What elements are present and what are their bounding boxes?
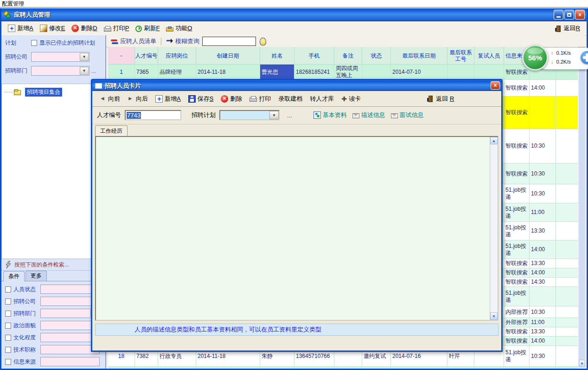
cell-extra[interactable] — [556, 318, 578, 327]
cell-time[interactable]: 13:30 — [530, 259, 556, 268]
table-scrollbar[interactable]: ▲ ▼ — [579, 47, 585, 367]
cell-last_date[interactable]: 2014-07-10 — [391, 65, 447, 80]
column-header-最后联系日期[interactable]: 最后联系日期 — [391, 47, 447, 65]
cell-extra[interactable] — [556, 278, 578, 287]
toolbar-button-修改E[interactable]: 修改E — [40, 24, 65, 32]
cell-extra[interactable] — [556, 268, 578, 278]
column-header-姓名[interactable]: 姓名 — [260, 47, 294, 65]
cell-source[interactable]: 内部推荐 — [504, 306, 530, 318]
toolbar-button-功能O[interactable]: 功能O — [166, 24, 192, 32]
cell-time[interactable]: 11:00 — [530, 318, 556, 327]
tree-item-projects[interactable]: 招聘项目集合 — [5, 88, 62, 97]
fuzzy-query-input[interactable] — [202, 37, 256, 46]
fuzzy-query-button[interactable]: 模糊查询 — [175, 37, 199, 45]
toolbar-button-新增A[interactable]: 新增A — [155, 95, 181, 103]
plan-more-button[interactable]: ... — [287, 112, 292, 119]
chevron-down-icon[interactable]: ▼ — [80, 53, 89, 61]
read-card-button[interactable]: ✚读卡 — [341, 95, 361, 103]
cell-source[interactable]: 智联搜索 — [504, 327, 530, 337]
cell-time[interactable]: 10:30 — [530, 346, 556, 367]
cell-source[interactable] — [504, 367, 530, 369]
cell-extra[interactable] — [556, 97, 578, 129]
scroll-down-icon[interactable]: ▼ — [490, 312, 498, 320]
cell-source[interactable]: 智联搜索 — [504, 337, 530, 346]
filter-input-信息来源[interactable] — [40, 357, 100, 366]
cell-extra[interactable] — [556, 80, 578, 97]
cell-time[interactable] — [530, 97, 556, 129]
cell-extra[interactable] — [556, 184, 578, 203]
cell-name[interactable]: 曹光思 — [260, 65, 294, 80]
toolbar-button-向前[interactable]: ◄向前 — [100, 95, 120, 103]
table-row[interactable]: 17365品牌经理2014-11-18曹光思18268185241周四或周五晚上… — [108, 65, 578, 80]
column-header-应聘岗位[interactable]: 应聘岗位 — [158, 47, 196, 65]
cell-extra[interactable] — [556, 306, 578, 318]
talent-id-input[interactable]: 7743 — [125, 110, 181, 120]
link-面试信息[interactable]: 面试信息 — [391, 111, 424, 119]
link-描述信息[interactable]: 描述信息 — [352, 111, 385, 119]
plan-select[interactable]: ▼ — [219, 110, 280, 120]
column-header-手机[interactable]: 手机 — [294, 47, 334, 65]
dialog-return-button[interactable]: 返回 R — [428, 95, 454, 103]
cell-time[interactable]: 14:00 — [530, 268, 556, 278]
cell-note[interactable]: 周四或周五晚上 — [334, 65, 362, 80]
cell-source[interactable]: 51.job投递 — [504, 184, 530, 203]
dept-more-button[interactable]: ... — [91, 68, 96, 74]
show-stopped-checkbox[interactable] — [31, 40, 37, 46]
cell-source[interactable]: 51.job投递 — [504, 203, 530, 222]
filter-checkbox[interactable] — [5, 359, 11, 365]
search-tab-更多[interactable]: 更多 — [26, 271, 47, 281]
column-header-创建日期[interactable]: 创建日期 — [196, 47, 260, 65]
cell-time[interactable] — [530, 367, 556, 369]
scroll-up-icon[interactable]: ▲ — [490, 137, 498, 144]
cell-extra[interactable] — [556, 287, 578, 306]
cell-source[interactable]: 外部推荐 — [504, 318, 530, 327]
outer-menu-item[interactable]: 配置管理 — [2, 0, 24, 8]
cell-extra[interactable] — [556, 240, 578, 259]
cell-source[interactable]: 智联搜索 — [504, 97, 530, 129]
close-button[interactable]: × — [575, 10, 585, 19]
cell-time[interactable]: 10:30 — [530, 184, 556, 203]
cell-created[interactable]: 2014-11-18 — [196, 65, 260, 80]
column-header-最后联系工号[interactable]: 最后联系工号 — [447, 47, 474, 65]
cell-source[interactable]: 51.job投递 — [504, 240, 530, 259]
cell-extra[interactable] — [556, 259, 578, 268]
filter-checkbox[interactable] — [5, 286, 11, 292]
search-tab-条件[interactable]: 条件 — [3, 271, 25, 281]
cell-time[interactable]: 13:30 — [530, 222, 556, 240]
filter-checkbox[interactable] — [5, 347, 11, 353]
cell-reviewer[interactable] — [474, 367, 504, 369]
dialog-close-button[interactable]: × — [491, 81, 500, 90]
column-header-人才编号[interactable]: 人才编号 — [135, 47, 158, 65]
filter-checkbox[interactable] — [5, 323, 11, 329]
cell-extra[interactable] — [556, 222, 578, 240]
cell-extra[interactable] — [556, 327, 578, 337]
company-select[interactable]: ▼ — [31, 52, 89, 62]
filter-checkbox[interactable] — [5, 335, 11, 341]
cell-post[interactable]: 品牌经理 — [158, 65, 196, 80]
column-header-备注[interactable]: 备注 — [334, 47, 362, 65]
cell-source[interactable]: 智联搜索 — [504, 80, 530, 97]
cell-extra[interactable] — [556, 346, 578, 367]
dialog-titlebar[interactable]: 招聘人员卡片 × — [92, 80, 501, 91]
cell-status[interactable] — [362, 367, 391, 369]
cell-phone[interactable] — [294, 367, 334, 369]
tab-work-history[interactable]: 工作经历 — [95, 125, 128, 136]
main-titlebar[interactable]: 应聘人员管理 × — [1, 8, 587, 21]
toolbar-button-刷新F[interactable]: 刷新F — [135, 24, 160, 32]
chevron-down-icon[interactable]: ▼ — [269, 111, 279, 119]
scroll-down-icon[interactable]: ▼ — [579, 360, 585, 367]
cell-last_date[interactable] — [391, 367, 447, 369]
cell-source[interactable]: 智联搜索 — [504, 163, 530, 184]
toolbar-button-保存S[interactable]: 保存S — [188, 95, 214, 103]
cell-id[interactable]: 7365 — [135, 65, 158, 80]
toolbar-button-新增A[interactable]: 新增A — [8, 24, 33, 32]
cell-reviewer[interactable] — [474, 65, 504, 80]
list-tab[interactable]: 应聘人员清单 — [120, 37, 156, 45]
cell-source[interactable]: 智联搜索 — [504, 278, 530, 287]
toolbar-button-向后[interactable]: ►向后 — [128, 95, 148, 103]
cell-source[interactable]: 51.job投递 — [504, 222, 530, 240]
cell-time[interactable]: 10:30 — [530, 129, 556, 163]
cell-num[interactable]: 1 — [108, 65, 135, 80]
maximize-button[interactable] — [564, 10, 574, 19]
minimize-button[interactable] — [554, 10, 563, 19]
